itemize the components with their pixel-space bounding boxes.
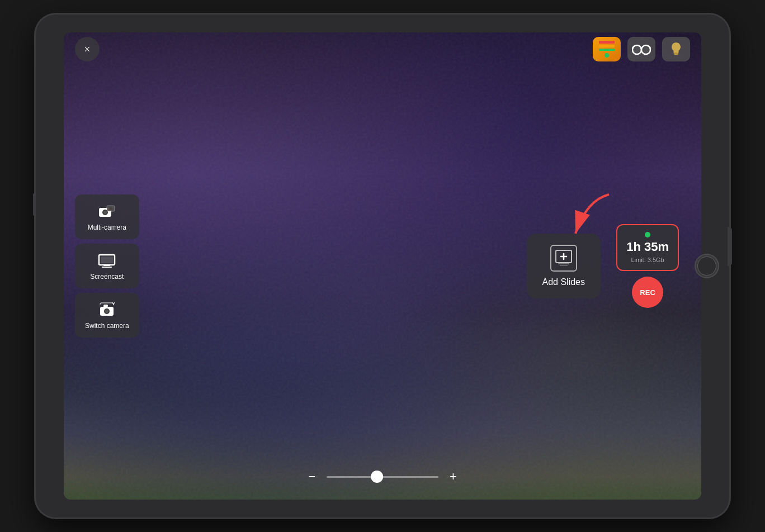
- switch-camera-item[interactable]: Switch camera: [75, 293, 139, 338]
- camera-background: [64, 32, 701, 500]
- zoom-slider[interactable]: [327, 476, 438, 478]
- timer-limit: Limit: 3.5Gb: [631, 256, 664, 263]
- screen: ×: [64, 32, 701, 500]
- add-slides-plus-icon: [554, 248, 574, 268]
- recording-panel: 1h 35m Limit: 3.5Gb REC: [616, 224, 679, 308]
- svg-rect-15: [103, 265, 110, 266]
- svg-rect-19: [103, 305, 108, 307]
- add-slides-panel[interactable]: Add Slides: [527, 234, 601, 298]
- home-button-inner: [697, 256, 716, 276]
- rec-button[interactable]: REC: [632, 277, 663, 308]
- zoom-thumb[interactable]: [371, 471, 383, 483]
- top-bar: ×: [64, 32, 701, 66]
- left-menu: Multi-camera Screencast: [75, 194, 139, 338]
- switch-camera-label: Switch camera: [85, 322, 129, 330]
- home-button-side: [728, 227, 732, 266]
- svg-point-9: [103, 211, 107, 214]
- svg-point-12: [110, 207, 112, 210]
- glasses-button[interactable]: [627, 37, 655, 61]
- svg-rect-5: [674, 53, 679, 54]
- svg-rect-6: [674, 54, 678, 55]
- zoom-plus-button[interactable]: +: [450, 471, 457, 483]
- bulb-button[interactable]: [662, 37, 690, 61]
- zoom-minus-button[interactable]: −: [308, 471, 315, 483]
- volume-button: [33, 193, 36, 216]
- svg-rect-14: [101, 256, 113, 263]
- timer-box: 1h 35m Limit: 3.5Gb: [616, 224, 679, 271]
- svg-point-3: [634, 46, 640, 53]
- svg-point-4: [643, 46, 649, 53]
- screencast-icon: [98, 251, 116, 269]
- glasses-icon: [632, 42, 651, 56]
- presenter-device-icon: [597, 41, 617, 58]
- screencast-item[interactable]: Screencast: [75, 244, 139, 288]
- svg-point-18: [105, 310, 108, 313]
- add-slides-label: Add Slides: [542, 277, 585, 287]
- switch-camera-icon: [98, 301, 116, 319]
- presenter-button[interactable]: [593, 37, 621, 61]
- multi-camera-label: Multi-camera: [88, 224, 126, 231]
- close-button[interactable]: ×: [75, 37, 100, 61]
- tablet-device: ×: [36, 15, 729, 517]
- recording-status-dot: [645, 232, 650, 238]
- screencast-label: Screencast: [90, 273, 124, 281]
- zoom-control: − +: [308, 471, 457, 483]
- multi-camera-item[interactable]: Multi-camera: [75, 194, 139, 239]
- home-button[interactable]: [695, 254, 719, 278]
- top-right-icons: [593, 37, 690, 61]
- add-slides-icon: [550, 245, 577, 272]
- timer-display: 1h 35m: [626, 240, 669, 254]
- bulb-icon: [669, 41, 683, 57]
- multi-camera-icon: [98, 202, 116, 220]
